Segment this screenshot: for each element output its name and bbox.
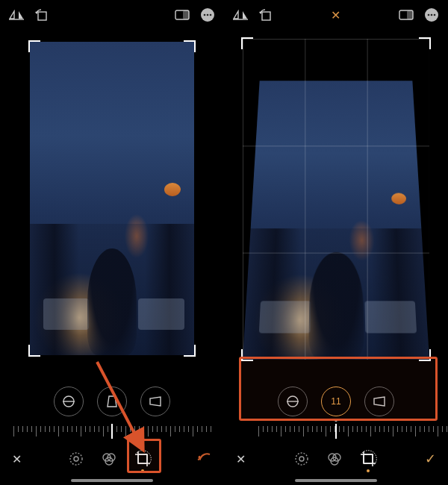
perspective-horizontal-button[interactable] bbox=[140, 387, 170, 416]
rotate-icon[interactable] bbox=[258, 9, 272, 21]
crop-handle-br[interactable] bbox=[184, 345, 196, 357]
crop-icon[interactable] bbox=[134, 450, 152, 468]
reset-button[interactable]: ✕ bbox=[331, 8, 340, 22]
top-toolbar bbox=[0, 0, 224, 30]
svg-rect-35 bbox=[364, 454, 373, 463]
crop-handle-bl[interactable] bbox=[28, 345, 40, 357]
home-indicator bbox=[295, 479, 377, 482]
angle-ruler[interactable] bbox=[0, 421, 224, 442]
adjust-icon[interactable] bbox=[293, 451, 310, 467]
svg-point-26 bbox=[431, 14, 433, 16]
crop-handle-bl[interactable] bbox=[241, 349, 253, 361]
rotate-icon[interactable] bbox=[34, 9, 48, 21]
svg-point-27 bbox=[434, 14, 436, 16]
svg-point-10 bbox=[70, 453, 82, 465]
crop-handle-tr[interactable] bbox=[184, 40, 196, 52]
aspect-ratio-icon[interactable] bbox=[399, 10, 414, 20]
done-button[interactable]: ✓ bbox=[425, 451, 436, 467]
bottom-toolbar: ✕ ✓ bbox=[224, 442, 448, 485]
more-icon[interactable] bbox=[200, 7, 215, 22]
filters-icon[interactable] bbox=[101, 451, 117, 467]
undo-icon[interactable] bbox=[197, 452, 212, 466]
vertical-value: 11 bbox=[331, 396, 340, 407]
top-toolbar: ✕ bbox=[224, 0, 448, 30]
svg-point-6 bbox=[207, 14, 209, 16]
perspective-vertical-button[interactable]: 11 bbox=[321, 387, 351, 416]
svg-point-5 bbox=[204, 14, 206, 16]
svg-point-11 bbox=[74, 457, 78, 461]
crop-handle-tl[interactable] bbox=[28, 40, 40, 52]
svg-rect-23 bbox=[407, 10, 413, 19]
ruler-origin-dot bbox=[335, 421, 337, 422]
cancel-button[interactable]: ✕ bbox=[12, 452, 22, 466]
crop-canvas[interactable] bbox=[0, 30, 224, 379]
crop-handle-tl[interactable] bbox=[241, 37, 253, 49]
angle-ruler[interactable] bbox=[224, 421, 448, 442]
bottom-toolbar: ✕ bbox=[0, 442, 224, 485]
perspective-vertical-button[interactable] bbox=[97, 387, 127, 416]
home-indicator bbox=[71, 479, 153, 482]
svg-point-31 bbox=[299, 457, 304, 461]
photo-preview[interactable] bbox=[30, 42, 194, 355]
svg-rect-21 bbox=[262, 12, 270, 20]
left-panel: ✕ bbox=[0, 0, 224, 485]
right-panel: ✕ 11 bbox=[224, 0, 448, 485]
photo-preview[interactable] bbox=[243, 81, 429, 360]
svg-rect-1 bbox=[38, 12, 46, 20]
flip-horizontal-icon[interactable] bbox=[9, 10, 24, 20]
perspective-horizontal-button[interactable] bbox=[364, 387, 394, 416]
svg-rect-15 bbox=[138, 454, 147, 463]
crop-icon[interactable] bbox=[359, 450, 377, 468]
crop-handle-tr[interactable] bbox=[419, 37, 431, 49]
adjust-icon[interactable] bbox=[68, 451, 84, 467]
filters-icon[interactable] bbox=[326, 451, 343, 467]
perspective-tools bbox=[0, 379, 224, 421]
svg-point-25 bbox=[428, 14, 430, 16]
more-icon[interactable] bbox=[424, 7, 439, 22]
cancel-button[interactable]: ✕ bbox=[236, 452, 246, 466]
svg-point-7 bbox=[210, 14, 212, 16]
crop-canvas[interactable] bbox=[224, 30, 448, 379]
straighten-button[interactable] bbox=[54, 387, 84, 416]
svg-rect-3 bbox=[183, 10, 189, 19]
aspect-ratio-icon[interactable] bbox=[175, 10, 190, 20]
svg-point-30 bbox=[296, 453, 308, 465]
crop-handle-br[interactable] bbox=[419, 349, 431, 361]
straighten-button[interactable] bbox=[278, 387, 308, 416]
perspective-tools: 11 bbox=[224, 379, 448, 421]
flip-horizontal-icon[interactable] bbox=[233, 10, 248, 20]
